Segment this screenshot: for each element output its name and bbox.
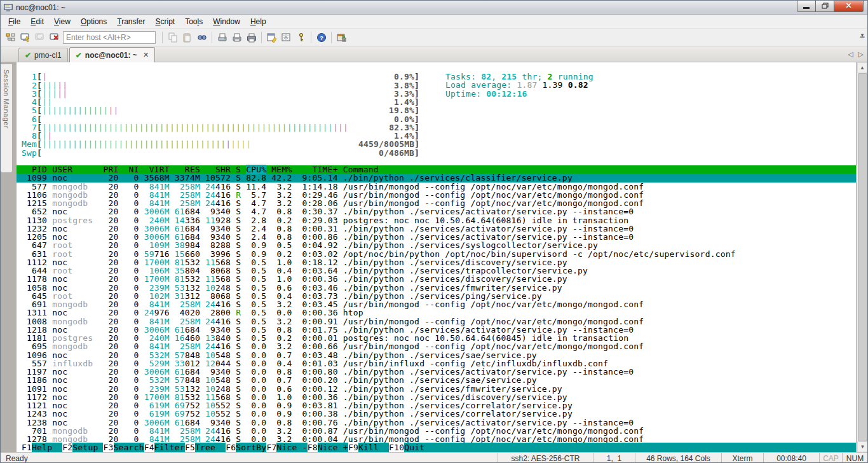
terminal[interactable]: 1[| 0.9%] 2[||||| 3.8%] 3[||||| [17,62,856,452]
menu-window[interactable]: Window [208,15,245,28]
svg-text:?: ? [320,34,323,41]
terminal-line: 1112 noc 20 0 1700M 81532 11568 S 0.5 1.… [17,258,856,266]
main-area: Session Manager 1[| 0.9%] 2[||||| 3.8%] … [1,62,867,452]
app-window: noc@noc01: ~ ✕ FileEditViewOptionsTransf… [0,0,868,463]
scroll-down-icon[interactable]: ▼ [857,441,868,452]
restore-icon [822,3,829,9]
menu-script[interactable]: Script [151,15,180,28]
menu-help[interactable]: Help [245,15,271,28]
menu-edit[interactable]: Edit [25,15,49,28]
terminal-line: 1091 noc 20 0 239M 53132 10248 S 0.0 0.6… [17,385,856,393]
session-manager-tab[interactable]: Session Manager [1,64,13,173]
terminal-line: 647 root 20 0 109M 38984 8288 S 0.9 0.5 … [17,241,856,249]
status-caps-lock: CAP [819,453,842,463]
reconnect-icon[interactable] [32,30,47,45]
toolbar-overflow-icon[interactable]: ▾▔ [858,32,866,43]
tab-close-icon[interactable]: ✕ [143,51,149,59]
find-icon[interactable] [194,30,209,45]
disconnect-icon[interactable] [47,30,62,45]
session-manager-label: Session Manager [3,69,10,128]
quick-connect-host-input[interactable] [63,31,156,44]
tab-label: pmo-cl1 [34,51,62,60]
paste-icon[interactable] [180,30,194,45]
close-icon: ✕ [845,1,851,10]
terminal-line: 1130 postgres 20 0 240M 14336 11928 S 2.… [17,216,856,225]
terminal-line: 577 mongodb 20 0 841M 258M 24416 S 11.4 … [17,183,856,191]
status-cipher: ssh2: AES-256-CTR [498,453,593,463]
restore-button[interactable] [816,1,834,12]
menu-view[interactable]: View [49,15,76,28]
session-tab-noc-noc01-[interactable]: ✔noc@noc01: ~✕ [69,47,155,62]
terminal-line: 701 mongodb 20 0 841M 258M 24416 S 0.0 3… [17,427,856,435]
toolbar: ? ▾▔ [1,29,867,46]
print-selection-icon[interactable] [229,30,244,45]
terminal-line: 1243 noc 20 0 619M 69752 10552 S 0.0 0.9… [17,410,856,418]
terminal-line: 1186 noc 20 0 532M 57848 10548 S 0.0 0.7… [17,376,856,384]
terminal-line: 1008 mongodb 20 0 841M 258M 24416 S 0.5 … [17,317,856,326]
session-manager-icon[interactable] [3,30,18,45]
connected-check-icon: ✔ [25,51,31,60]
session-tab-pmo-cl1[interactable]: ✔pmo-cl1 [18,48,68,62]
terminal-line: 1096 noc 20 0 532M 57848 10548 S 0.0 0.7… [17,351,856,359]
scrollbar-thumb[interactable] [858,73,867,441]
terminal-line: 1218 noc 20 0 3006M 61684 9340 S 0.5 0.8… [17,326,856,334]
terminal-line: 631 root 20 0 59716 15660 3996 S 0.9 0.2… [17,250,856,258]
status-cursor-position: 1, 1 [593,453,635,463]
selected-process-row: 1099 noc 20 0 3568M 3374M 10572 S 82.8 4… [17,174,856,182]
status-bar: Ready ssh2: AES-256-CTR 1, 1 46 Rows, 16… [1,452,867,463]
print-preview-icon[interactable] [215,30,229,45]
terminal-line: 6[ 0.0%] [17,115,856,123]
quick-connect-icon[interactable] [18,30,32,45]
terminal-line: 1[| 0.9%] [17,73,856,81]
uptime-line: Uptime: 00:12:16 [445,90,593,98]
minimize-button[interactable] [797,1,816,12]
window-titlebar[interactable]: noc@noc01: ~ ✕ [1,1,867,15]
terminal-line [17,157,856,165]
tab-scroll-left-icon[interactable]: ◁ [848,50,853,59]
print-icon[interactable] [244,30,259,45]
clear-screen-icon[interactable] [279,30,294,45]
terminal-scrollbar[interactable]: ▲ ▼ [857,62,867,452]
app-icon [3,3,13,13]
terminal-line: 2[||||| 3.8%] [17,81,856,90]
menu-bar: FileEditViewOptionsTransferScriptToolsWi… [1,15,867,29]
key-agent-icon[interactable] [294,30,308,45]
terminal-line: 652 noc 20 0 3006M 61684 9340 S 4.7 0.8 … [17,207,856,216]
terminal-line: 691 mongodb 20 0 841M 258M 24416 S 0.5 3… [17,300,856,308]
terminal-line: 1178 noc 20 0 1700M 81532 11568 S 0.5 1.… [17,275,856,283]
session-options-icon[interactable] [264,30,279,45]
menu-options[interactable]: Options [76,15,112,28]
htop-summary: Tasks: 82, 215 thr; 2 runningLoad averag… [445,73,593,98]
status-num-lock: NUM [842,453,867,463]
menu-transfer[interactable]: Transfer [112,15,150,28]
copy-icon[interactable] [165,30,180,45]
status-session-time: 00:08:40 [763,453,819,463]
terminal-line: F1Help F2Setup F3SearchF4FilterF5Tree F6… [17,443,856,452]
menu-file[interactable]: File [3,15,25,28]
tab-label: noc@noc01: ~ [85,51,137,60]
terminal-line: 1205 noc 20 0 3006M 61684 9340 S 2.4 0.8… [17,233,856,241]
help-icon[interactable]: ? [314,30,329,45]
connected-check-icon: ✔ [76,51,82,60]
tab-bar: ✔pmo-cl1✔noc@noc01: ~✕ ◁ ▷ [1,46,867,62]
status-terminal-size: 46 Rows, 164 Cols [635,453,721,463]
terminal-line: 1278 mongodb 20 0 841M 258M 24416 S 0.0 … [17,435,856,443]
terminal-line: 1215 mongodb 20 0 841M 258M 24416 S 4.7 … [17,199,856,207]
terminal-line: 1106 mongodb 20 0 841M 258M 24416 R 5.7 … [17,191,856,199]
terminal-line: 4[|| 1.4%] [17,98,856,106]
scroll-up-icon[interactable]: ▲ [857,62,867,73]
terminal-line: 5[||||||||||||||| 19.8%] [17,106,856,114]
new-session-window-icon[interactable] [334,30,349,45]
menu-tools[interactable]: Tools [180,15,208,28]
terminal-line: 3[||||| 3.3%] [17,90,856,98]
tab-scroll-right-icon[interactable]: ▷ [858,50,864,59]
terminal-line: 1232 noc 20 0 3006M 61684 9340 S 2.4 0.8… [17,225,856,233]
terminal-line: 1197 noc 20 0 3006M 61684 9340 S 0.0 0.8… [17,368,856,376]
close-button[interactable]: ✕ [834,1,864,12]
tasks-line: Tasks: 82, 215 thr; 2 running [445,73,593,81]
terminal-line: 1058 noc 20 0 239M 53132 10248 S 0.5 0.6… [17,284,856,292]
terminal-line [17,64,856,73]
terminal-line: 8[|| 1.4%] [17,132,856,140]
load-average-line: Load average: 1.87 1.39 0.82 [445,81,593,89]
terminal-line: 695 mongodb 20 0 841M 258M 24416 S 0.0 3… [17,342,856,350]
